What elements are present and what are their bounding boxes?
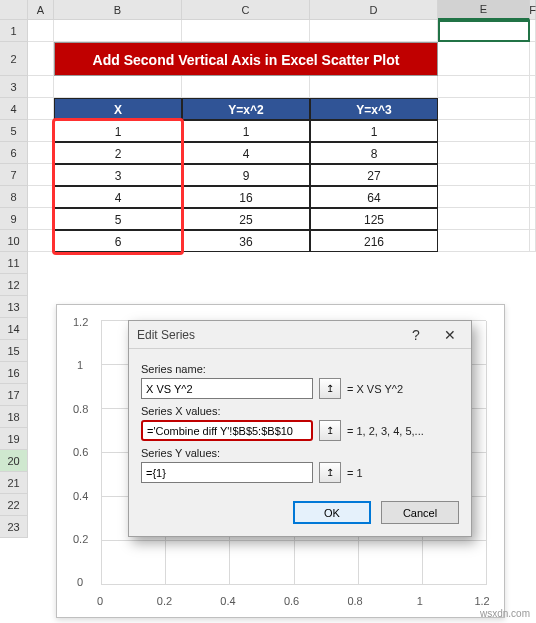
row-15[interactable]: 15 bbox=[0, 340, 28, 362]
worksheet-grid[interactable]: A B C D E F 1 2 Add Second Vertical Axis… bbox=[0, 0, 536, 252]
table-row[interactable]: 4 bbox=[182, 142, 310, 164]
range-picker-icon[interactable]: ↥ bbox=[319, 378, 341, 399]
row-20[interactable]: 20 bbox=[0, 450, 28, 472]
table-row[interactable]: 6 bbox=[54, 230, 182, 252]
series-x-result: = 1, 2, 3, 4, 5,... bbox=[347, 425, 459, 437]
table-row[interactable]: 4 bbox=[54, 186, 182, 208]
row-19[interactable]: 19 bbox=[0, 428, 28, 450]
row-23[interactable]: 23 bbox=[0, 516, 28, 538]
select-all-corner[interactable] bbox=[0, 0, 28, 20]
col-header-X[interactable]: X bbox=[54, 98, 182, 120]
dialog-title: Edit Series bbox=[137, 328, 399, 342]
table-row[interactable]: 64 bbox=[310, 186, 438, 208]
series-y-input[interactable] bbox=[141, 462, 313, 483]
row-4[interactable]: 4 bbox=[0, 98, 28, 120]
series-x-input[interactable] bbox=[141, 420, 313, 441]
col-B[interactable]: B bbox=[54, 0, 182, 20]
row-10[interactable]: 10 bbox=[0, 230, 28, 252]
active-cell-E1[interactable] bbox=[438, 20, 530, 42]
range-picker-icon[interactable]: ↥ bbox=[319, 462, 341, 483]
table-row[interactable]: 25 bbox=[182, 208, 310, 230]
row-13[interactable]: 13 bbox=[0, 296, 28, 318]
help-button[interactable]: ? bbox=[399, 323, 433, 347]
table-row[interactable]: 36 bbox=[182, 230, 310, 252]
table-row[interactable]: 216 bbox=[310, 230, 438, 252]
row-21[interactable]: 21 bbox=[0, 472, 28, 494]
table-row[interactable]: 9 bbox=[182, 164, 310, 186]
table-row[interactable]: 5 bbox=[54, 208, 182, 230]
col-C[interactable]: C bbox=[182, 0, 310, 20]
row-3[interactable]: 3 bbox=[0, 76, 28, 98]
series-x-label: Series X values: bbox=[141, 405, 459, 417]
table-row[interactable]: 8 bbox=[310, 142, 438, 164]
row-11[interactable]: 11 bbox=[0, 252, 28, 274]
series-y-result: = 1 bbox=[347, 467, 459, 479]
cancel-button[interactable]: Cancel bbox=[381, 501, 459, 524]
ok-button[interactable]: OK bbox=[293, 501, 371, 524]
row-14[interactable]: 14 bbox=[0, 318, 28, 340]
row-8[interactable]: 8 bbox=[0, 186, 28, 208]
col-E[interactable]: E bbox=[438, 0, 530, 20]
row-2[interactable]: 2 bbox=[0, 42, 28, 76]
col-header-Y3[interactable]: Y=x^3 bbox=[310, 98, 438, 120]
row-22[interactable]: 22 bbox=[0, 494, 28, 516]
table-row[interactable]: 1 bbox=[310, 120, 438, 142]
row-7[interactable]: 7 bbox=[0, 164, 28, 186]
row-12[interactable]: 12 bbox=[0, 274, 28, 296]
series-name-label: Series name: bbox=[141, 363, 459, 375]
row-1[interactable]: 1 bbox=[0, 20, 28, 42]
row-18[interactable]: 18 bbox=[0, 406, 28, 428]
row-6[interactable]: 6 bbox=[0, 142, 28, 164]
table-row[interactable]: 27 bbox=[310, 164, 438, 186]
row-5[interactable]: 5 bbox=[0, 120, 28, 142]
edit-series-dialog: Edit Series ? ✕ Series name: ↥ = X VS Y^… bbox=[128, 320, 472, 537]
col-A[interactable]: A bbox=[28, 0, 54, 20]
range-picker-icon[interactable]: ↥ bbox=[319, 420, 341, 441]
table-row[interactable]: 3 bbox=[54, 164, 182, 186]
row-16[interactable]: 16 bbox=[0, 362, 28, 384]
series-y-label: Series Y values: bbox=[141, 447, 459, 459]
close-icon[interactable]: ✕ bbox=[433, 323, 467, 347]
col-D[interactable]: D bbox=[310, 0, 438, 20]
table-row[interactable]: 1 bbox=[54, 120, 182, 142]
table-row[interactable]: 2 bbox=[54, 142, 182, 164]
series-name-result: = X VS Y^2 bbox=[347, 383, 459, 395]
watermark: wsxdn.com bbox=[480, 608, 530, 619]
table-row[interactable]: 1 bbox=[182, 120, 310, 142]
table-row[interactable]: 125 bbox=[310, 208, 438, 230]
col-header-Y2[interactable]: Y=x^2 bbox=[182, 98, 310, 120]
row-17[interactable]: 17 bbox=[0, 384, 28, 406]
table-row[interactable]: 16 bbox=[182, 186, 310, 208]
series-name-input[interactable] bbox=[141, 378, 313, 399]
page-title: Add Second Vertical Axis in Excel Scatte… bbox=[54, 42, 438, 76]
col-F[interactable]: F bbox=[530, 0, 536, 20]
row-9[interactable]: 9 bbox=[0, 208, 28, 230]
